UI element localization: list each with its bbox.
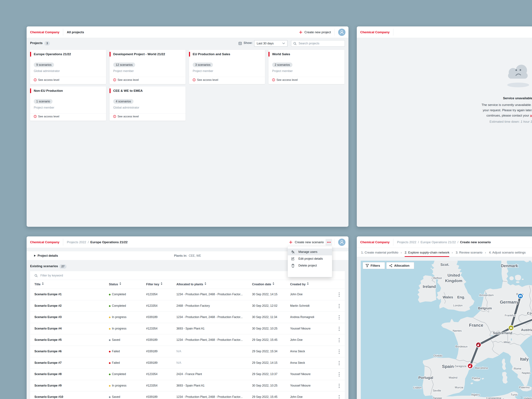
svg-text:Germany: Germany (500, 300, 519, 304)
svg-text:Eng.: Eng. (457, 295, 465, 299)
svg-text:Rome: Rome (514, 367, 521, 370)
svg-text:Ireland: Ireland (423, 284, 436, 289)
svg-text:Italy: Italy (520, 357, 529, 361)
svg-text:Palma: Palma (472, 377, 480, 380)
svg-text:Switzerland: Switzerland (493, 331, 512, 335)
svg-text:Barcelona: Barcelona (475, 367, 488, 370)
svg-text:Kingdom: Kingdom (445, 279, 462, 283)
svg-text:Madrid: Madrid (449, 376, 457, 379)
svg-text:London: London (453, 304, 463, 307)
svg-text:Milan: Milan (504, 341, 511, 344)
svg-text:Tunis: Tunis (511, 393, 518, 396)
svg-text:France: France (469, 323, 483, 328)
svg-text:Sousse: Sousse (502, 398, 512, 399)
svg-text:Lisbon: Lisbon (413, 386, 422, 389)
svg-text:Valletta: Valletta (524, 397, 532, 399)
svg-text:Amsterdam: Amsterdam (479, 294, 494, 297)
svg-text:Spain: Spain (442, 364, 454, 369)
svg-text:Denmark: Denmark (501, 264, 518, 268)
svg-text:Tangier: Tangier (433, 397, 442, 399)
svg-text:Algiers: Algiers (471, 393, 480, 396)
svg-text:Constantine: Constantine (486, 397, 501, 399)
svg-text:Portugal: Portugal (418, 376, 433, 380)
svg-text:Bordeaux: Bordeaux (456, 345, 468, 348)
svg-text:Scot.: Scot. (440, 262, 449, 267)
svg-text:Nantes: Nantes (453, 329, 462, 332)
svg-text:Zaragoza: Zaragoza (454, 365, 466, 368)
svg-text:Oviedo: Oviedo (433, 354, 442, 357)
svg-text:Palermo: Palermo (519, 386, 530, 389)
svg-text:Seville: Seville (433, 389, 441, 392)
svg-text:United: United (448, 273, 460, 278)
svg-text:Murcia: Murcia (455, 386, 463, 389)
svg-text:Belgium: Belgium (478, 306, 492, 310)
svg-text:Austria: Austria (521, 328, 532, 332)
svg-text:Frankfurt: Frankfurt (505, 314, 516, 317)
svg-text:Wales: Wales (443, 295, 453, 299)
svg-text:Czechia: Czechia (527, 311, 532, 315)
svg-text:Belfast: Belfast (433, 277, 442, 280)
svg-text:Naples: Naples (522, 371, 531, 374)
